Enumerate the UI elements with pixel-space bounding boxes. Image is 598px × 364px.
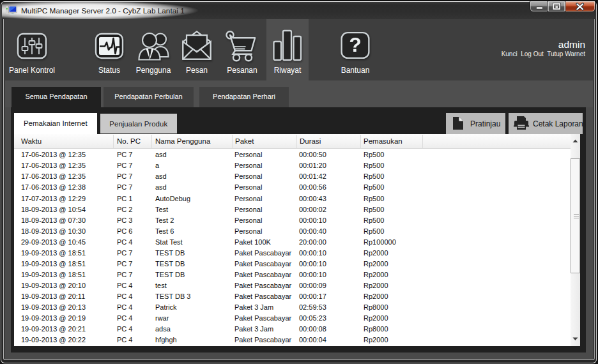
svg-text:?: ? bbox=[349, 34, 362, 57]
